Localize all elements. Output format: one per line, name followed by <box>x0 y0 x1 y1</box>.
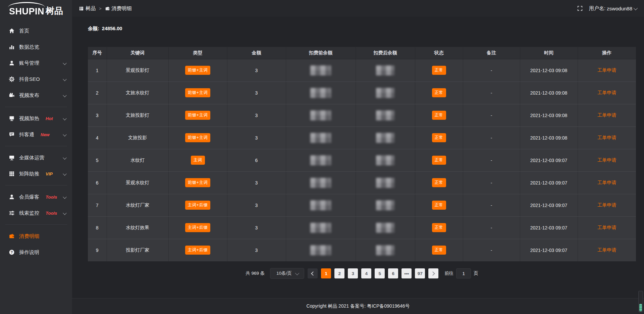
work-order-link[interactable]: 工单申请 <box>597 202 616 208</box>
cell-type: 前缀+主词 <box>168 171 227 194</box>
page-buttons: 123456•••97 <box>321 268 425 278</box>
menu-divider <box>5 107 67 107</box>
cell-index: 2 <box>88 82 107 104</box>
topbar-right: 用户名: zswodun88 <box>577 5 637 12</box>
logo[interactable]: SHUPIN 树品 <box>0 0 72 19</box>
fullscreen-icon[interactable] <box>577 5 583 11</box>
masked-balance-before <box>310 178 331 188</box>
mini-scrollbar-thumb[interactable] <box>639 304 642 311</box>
type-badge: 主词+后缀 <box>185 223 211 232</box>
type-badge: 前缀+主词 <box>185 88 211 97</box>
sidebar-item-douyin-seo[interactable]: 抖音SEO <box>0 71 72 87</box>
page-button-3[interactable]: 3 <box>348 268 358 278</box>
sidebar-item-instructions[interactable]: ?操作说明 <box>0 244 72 260</box>
more-pages-button[interactable]: ••• <box>401 268 412 278</box>
cell-action: 工单申请 <box>578 194 636 216</box>
cell-action: 工单申请 <box>578 171 636 194</box>
work-order-link[interactable]: 工单申请 <box>597 112 616 118</box>
cell-balance-before <box>286 126 356 149</box>
cell-keyword: 投影灯厂家 <box>107 239 168 261</box>
work-order-link[interactable]: 工单申请 <box>597 67 616 73</box>
page-button-2[interactable]: 2 <box>334 268 344 278</box>
column-header-9: 操作 <box>578 47 636 59</box>
cell-balance-after <box>356 149 415 171</box>
breadcrumb-item-shupin[interactable]: 树品 <box>79 5 96 12</box>
cell-balance-before <box>286 82 356 104</box>
sidebar-item-label: 数据总览 <box>19 44 39 50</box>
cell-amount: 3 <box>227 104 286 126</box>
breadcrumb: 树品>消费明细 <box>79 5 132 12</box>
cell-amount: 3 <box>227 194 286 216</box>
status-badge: 正常 <box>432 111 446 120</box>
sidebar-item-douketong[interactable]: 抖客通New <box>0 126 72 143</box>
sidebar-item-video-heat[interactable]: 视频加热Hot <box>0 110 72 126</box>
page-size-select[interactable]: 10条/页 <box>270 268 304 279</box>
sidebar: SHUPIN 树品 首页数据总览账号管理抖音SEO视频发布视频加热Hot抖客通N… <box>0 0 72 314</box>
page-button-1[interactable]: 1 <box>321 268 331 278</box>
work-order-link[interactable]: 工单申请 <box>597 157 616 163</box>
cell-amount: 3 <box>227 59 286 82</box>
logo-text-cn: 树品 <box>46 5 63 17</box>
goto-page-input[interactable] <box>456 268 471 278</box>
status-badge: 正常 <box>432 223 446 232</box>
cell-status: 正常 <box>415 194 463 216</box>
cell-action: 工单申请 <box>578 126 636 149</box>
consume-table-wrap: 序号关键词类型金额扣费前余额扣费后余额状态备注时间操作 1景观投影灯前缀+主词3… <box>88 47 636 261</box>
cell-balance-after <box>356 216 415 239</box>
prev-page-button[interactable] <box>308 268 318 278</box>
svg-text:?: ? <box>11 251 13 254</box>
cell-status: 正常 <box>415 149 463 171</box>
sidebar-item-label: 线索监控 <box>19 210 39 216</box>
sidebar-item-tag: Tools <box>46 195 57 200</box>
sidebar-item-tag: VIP <box>46 171 53 176</box>
sidebar-item-clue-monitor[interactable]: 线索监控Tools <box>0 205 72 221</box>
table-row: 9投影灯厂家主词+后缀3正常-2021-12-03 09:07工单申请 <box>88 239 636 261</box>
sidebar-item-home[interactable]: 首页 <box>0 23 72 39</box>
mini-scrollbar[interactable] <box>638 291 643 312</box>
sidebar-item-account-manage[interactable]: 账号管理 <box>0 55 72 71</box>
sidebar-menu: 首页数据总览账号管理抖音SEO视频发布视频加热Hot抖客通New全媒体运营矩阵助… <box>0 19 72 260</box>
page-button-4[interactable]: 4 <box>361 268 371 278</box>
work-order-link[interactable]: 工单申请 <box>597 247 616 253</box>
status-badge: 正常 <box>432 178 446 187</box>
sidebar-item-tag: Hot <box>46 116 53 121</box>
pagination-total: 共 969 条 <box>246 270 265 276</box>
user-menu[interactable]: 用户名: zswodun88 <box>589 5 637 12</box>
breadcrumb-item-consume-detail[interactable]: 消费明细 <box>105 5 132 12</box>
grid-icon <box>9 171 15 177</box>
masked-balance-after <box>376 223 394 233</box>
masked-balance-before <box>310 200 331 210</box>
masked-balance-before <box>310 110 331 120</box>
work-order-link[interactable]: 工单申请 <box>597 225 616 230</box>
sidebar-item-data-overview[interactable]: 数据总览 <box>0 39 72 55</box>
type-badge: 前缀+主词 <box>185 178 211 187</box>
page-button-97[interactable]: 97 <box>415 268 425 278</box>
sidebar-item-consume-detail[interactable]: 消费明细 <box>0 228 72 244</box>
sidebar-item-matrix-boost[interactable]: 矩阵助推VIP <box>0 166 72 182</box>
cell-amount: 6 <box>227 149 286 171</box>
screen-icon <box>9 115 15 121</box>
cell-index: 1 <box>88 59 107 82</box>
cell-keyword: 文旅水纹灯 <box>107 82 168 104</box>
page-button-5[interactable]: 5 <box>375 268 385 278</box>
cell-balance-after <box>356 194 415 216</box>
cell-keyword: 文旅投影灯 <box>107 104 168 126</box>
cell-keyword: 景观投影灯 <box>107 59 168 82</box>
cell-type: 前缀+主词 <box>168 82 227 104</box>
work-order-link[interactable]: 工单申请 <box>597 180 616 185</box>
next-page-button[interactable] <box>428 268 438 278</box>
page-button-6[interactable]: 6 <box>388 268 398 278</box>
chevron-down-icon <box>63 116 66 120</box>
cell-balance-after <box>356 104 415 126</box>
sidebar-item-all-media[interactable]: 全媒体运营 <box>0 150 72 166</box>
cell-index: 5 <box>88 149 107 171</box>
sidebar-item-member-burst[interactable]: 会员爆客Tools <box>0 189 72 205</box>
sidebar-item-label: 消费明细 <box>19 233 39 240</box>
cell-remark: - <box>463 149 520 171</box>
monitor-icon <box>9 155 15 161</box>
sidebar-item-video-publish[interactable]: 视频发布 <box>0 87 72 103</box>
cell-action: 工单申请 <box>578 82 636 104</box>
work-order-link[interactable]: 工单申请 <box>597 90 616 95</box>
work-order-link[interactable]: 工单申请 <box>597 135 616 140</box>
cell-status: 正常 <box>415 82 463 104</box>
